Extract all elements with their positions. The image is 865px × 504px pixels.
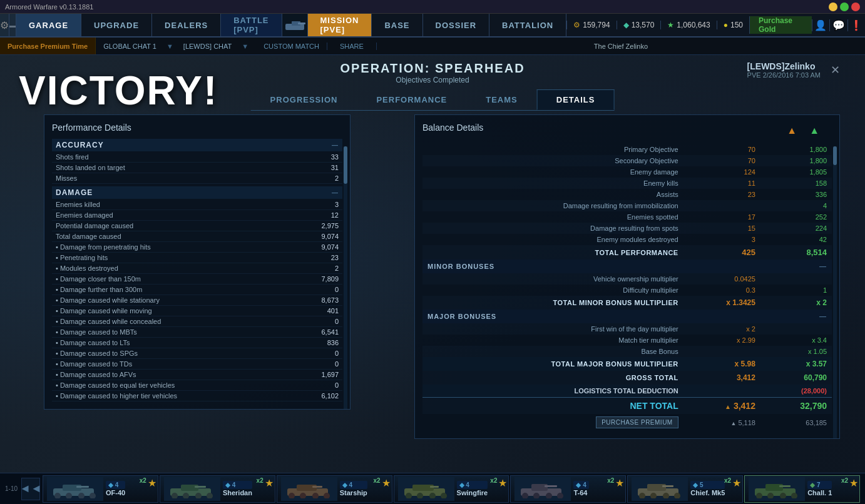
right-scrollthumb[interactable] (833, 146, 837, 165)
vehicle-ownership-row: Vehicle ownership multiplier 0.0425 (422, 273, 832, 285)
vehicle-t64[interactable]: x2 ★ ◆ 4 T-64 (510, 475, 626, 503)
menu-button[interactable]: ❗ (847, 19, 865, 31)
logistics-row: LOGISTICS TOTAL DEDUCTION (28,000) (422, 385, 832, 398)
tab-mission[interactable]: MISSION [PVE] (308, 14, 372, 36)
total-major-bonus-row: TOTAL MAJOR BONUS MULTIPLIER x 5.98 x 3.… (422, 357, 832, 371)
svg-rect-32 (531, 484, 548, 491)
damage-moving-row: • Damage caused while moving 401 (52, 306, 342, 316)
share-button[interactable]: SHARE (327, 43, 377, 50)
purchase-premium-row: PURCHASE PREMIUM ▲ 5,118 63,185 (422, 414, 832, 431)
currency-bonds: ● 150 (717, 21, 749, 29)
damage-stationary-row: • Damage caused while stationary 8,673 (52, 295, 342, 306)
primary-objective-row: Primary Objective 70 1,800 (422, 144, 832, 155)
svg-rect-39 (647, 484, 666, 491)
net-total-row: NET TOTAL ▲ 3,412 32,790 (422, 398, 832, 415)
misses-row: Misses 2 (52, 173, 342, 184)
tab-performance[interactable]: PERFORMANCE (357, 89, 466, 110)
tab-details[interactable]: DETAILS (537, 89, 615, 110)
custom-match-button[interactable]: CUSTOM MATCH (256, 43, 327, 50)
damage-concealed-row: • Damage caused while concealed 0 (52, 316, 342, 327)
notifications-button[interactable]: 💬 (829, 19, 847, 31)
right-scrollbar[interactable] (833, 146, 837, 439)
chall1-thumbnail (749, 477, 805, 501)
chall1-badges: x2 ★ (841, 477, 858, 489)
tab-dossier[interactable]: DOSSIER (423, 14, 490, 36)
tab-battle[interactable]: BATTLE [PVP] (221, 14, 282, 36)
sheridan-thumbnail (164, 477, 220, 501)
vehicle-chief-mk5[interactable]: x2 ★ ◆ 5 Chief. Mk5 (627, 475, 743, 503)
vehicle-starship[interactable]: x2 ★ ◆ 4 Starship (277, 475, 392, 503)
swingfire-thumbnail (398, 477, 454, 501)
tab-teams[interactable]: TEAMS (466, 89, 537, 110)
player-date: PVE 2/26/2016 7:03 AM (747, 71, 821, 79)
currency-gold: ◆ 13,570 (617, 21, 661, 29)
tab-upgrade[interactable]: UPGRADE (81, 14, 152, 36)
profile-button[interactable]: 👤 (812, 19, 829, 31)
maximize-button[interactable] (840, 3, 849, 11)
vehicle-swingfire[interactable]: x2 ★ ◆ 4 Swingfire (394, 475, 509, 503)
left-scrollthumb[interactable] (344, 146, 347, 184)
svg-rect-26 (430, 486, 439, 488)
enemy-kills-row: Enemy kills 11 158 (422, 178, 832, 189)
base-bonus-row: Base Bonus x 1.05 (422, 346, 832, 357)
close-panel-button[interactable]: ✕ (831, 63, 840, 77)
vehicle-bar: 1-10 ◄◄ x2 ★ ◆ 4 OF-40 x2 ★ (0, 473, 865, 504)
svg-rect-25 (412, 485, 434, 491)
purchase-premium-button[interactable]: PURCHASE PREMIUM (596, 416, 678, 428)
difficulty-multiplier-row: Difficulty multiplier 0.3 1 (422, 285, 832, 296)
starship-info: ◆ 4 Starship (340, 481, 367, 496)
lewds-chat-label[interactable]: [LEWDS] CHAT (183, 43, 232, 50)
currency-bar: ⚙ 159,794 ◆ 13,570 ★ 1,060,643 ● 150 Pur… (566, 14, 865, 36)
damage-afv-row: • Damage caused to AFVs 1,697 (52, 370, 342, 380)
t64-thumbnail (514, 477, 571, 501)
prev-page-button[interactable]: ◄◄ (21, 478, 40, 500)
premium-time-button[interactable]: Purchase Premium Time (0, 38, 96, 54)
starship-badges: x2 ★ (373, 477, 390, 489)
chief-mk5-thumbnail (632, 477, 688, 501)
vehicle-chall1[interactable]: x2 ★ ◆ 7 Chall. 1 (744, 475, 860, 503)
tab-garage[interactable]: GARAGE (16, 14, 81, 36)
vehicle-of40[interactable]: x2 ★ ◆ 4 OF-40 (43, 475, 158, 503)
performance-panel: Performance Details ACCURACY — Shots fir… (44, 114, 351, 410)
minimize-button[interactable] (829, 3, 837, 11)
total-performance-row: TOTAL PERFORMANCE 425 8,514 (422, 245, 832, 260)
penetrating-hits-row: • Penetrating hits 23 (52, 253, 342, 263)
tab-base[interactable]: BASE (372, 14, 422, 36)
tab-progression[interactable]: PROGRESSION (251, 89, 357, 110)
tab-battalion[interactable]: BATTALION (489, 14, 566, 36)
purchase-gold-button[interactable]: Purchase Gold (749, 16, 812, 34)
minimize-ui-button[interactable]: ▬ (9, 14, 16, 36)
left-scrollbar[interactable] (344, 146, 347, 410)
enemies-damaged-row: Enemies damaged 12 (52, 210, 342, 221)
damage-equal-tier-row: • Damage caused to equal tier vehicles 0 (52, 380, 342, 391)
total-minor-bonus-row: TOTAL MINOR BONUS MULTIPLIER x 1.3425 x … (422, 296, 832, 310)
of40-info: ◆ 4 OF-40 (106, 481, 125, 496)
window-controls (829, 3, 860, 11)
settings-button[interactable]: ⚙ (0, 14, 9, 36)
performance-panel-title: Performance Details (52, 123, 342, 133)
main-area: VICTORY! OPERATION: SPEARHEAD Objectives… (0, 55, 865, 473)
tab-dealers[interactable]: DEALERS (152, 14, 221, 36)
damage-mbt-row: • Damage caused to MBTs 6,541 (52, 327, 342, 338)
tank-icon (282, 14, 308, 36)
total-damage-row: Total damage caused 9,074 (52, 231, 342, 242)
of40-badges: x2 ★ (140, 477, 156, 489)
svg-rect-19 (312, 486, 322, 488)
assists-row: Assists 23 336 (422, 189, 832, 200)
vehicle-sheridan[interactable]: x2 ★ ◆ 4 Sheridan (160, 475, 275, 503)
balance-panel-title: Balance Details (422, 123, 483, 133)
svg-rect-5 (76, 486, 89, 488)
accuracy-header: ACCURACY — (52, 139, 342, 151)
damage-lt-row: • Damage caused to LTs 836 (52, 338, 342, 348)
navbar: ⚙ ▬ GARAGE UPGRADE DEALERS BATTLE [PVP] … (0, 14, 865, 38)
close-button[interactable] (851, 3, 860, 11)
subbar: Purchase Premium Time GLOBAL CHAT 1 ▼ [L… (0, 38, 865, 55)
svg-rect-47 (779, 485, 791, 487)
swingfire-info: ◆ 4 Swingfire (457, 481, 488, 496)
global-chat-label[interactable]: GLOBAL CHAT 1 (103, 43, 156, 50)
major-bonuses-header: MAJOR BONUSES — (422, 310, 832, 323)
enemies-killed-row: Enemies killed 3 (52, 199, 342, 210)
penetrating-damage-row: • Damage from penetrating hits 9,074 (52, 242, 342, 253)
currency-xp: ⚙ 159,794 (566, 21, 616, 29)
damage-150m-row: • Damage closer than 150m 7,809 (52, 274, 342, 285)
